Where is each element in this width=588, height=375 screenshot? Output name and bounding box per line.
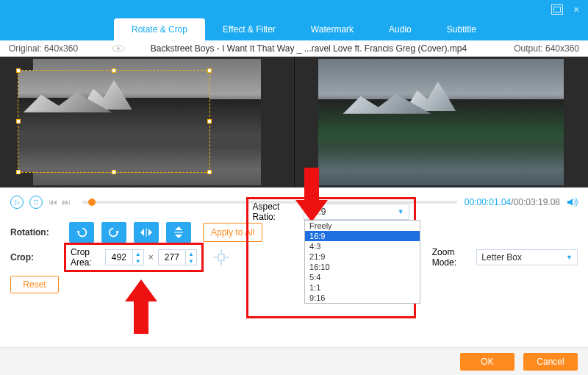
aspect-option[interactable]: 16:10 [305,262,420,272]
annotation-arrow-icon [295,168,328,222]
crop-width-input[interactable] [106,252,132,262]
maximize-icon[interactable] [551,4,563,15]
rotate-left-button[interactable] [69,222,94,243]
ok-button[interactable]: OK [460,353,514,371]
annotation-arrow-icon [125,279,157,334]
flip-vertical-button[interactable] [166,222,191,243]
flip-horizontal-button[interactable] [134,222,159,243]
close-icon[interactable]: × [570,4,582,15]
aspect-option[interactable]: 16:9 [305,231,420,241]
source-preview[interactable] [0,57,295,188]
tab-rotate-crop[interactable]: Rotate & Crop [114,18,205,40]
tab-subtitle[interactable]: Subtitle [429,18,494,40]
cancel-button[interactable]: Cancel [523,353,578,371]
crop-center-icon[interactable] [212,248,230,267]
crop-height-input[interactable] [159,252,185,262]
seek-handle[interactable] [88,199,96,206]
crop-handle[interactable] [207,119,212,124]
aspect-ratio-label: Aspect Ratio: [253,201,300,222]
times-label: × [148,252,154,262]
crop-height-field[interactable]: ▲▼ [158,249,197,265]
crop-area-label: Crop Area: [71,247,101,268]
aspect-option[interactable]: 9:16 [305,293,420,303]
time-display: 00:00:01.04/00:03:19.08 [465,197,560,207]
output-size: Output: 640x360 [491,43,579,54]
play-button[interactable]: ▷ [10,196,24,209]
tab-watermark[interactable]: Watermark [293,18,371,40]
crop-area-group: Crop Area: ▲▼ × ▲▼ [64,243,204,272]
footer: OK Cancel [0,347,588,375]
aspect-option[interactable]: Freely [305,221,420,231]
rotation-label: Rotation: [10,227,69,238]
svg-rect-0 [554,7,561,12]
reset-button[interactable]: Reset [10,276,59,293]
tab-bar: Rotate & Crop Effect & Filter Watermark … [0,18,588,40]
crop-width-field[interactable]: ▲▼ [105,249,144,265]
aspect-ratio-dropdown[interactable]: Freely16:94:321:916:105:41:19:16 [304,220,420,304]
next-frame-button[interactable]: ⏭ [62,197,71,207]
visibility-icon[interactable] [112,44,126,53]
crop-rectangle[interactable] [18,70,210,173]
info-bar: Original: 640x360 Backstreet Boys - I Wa… [0,40,588,57]
preview-area [0,57,588,188]
aspect-option[interactable]: 21:9 [305,251,420,262]
tab-effect-filter[interactable]: Effect & Filter [205,18,293,40]
zoom-mode-label: Zoom Mode: [432,247,477,268]
title-bar: × [0,0,588,18]
crop-handle[interactable] [207,170,212,174]
zoom-mode-select[interactable]: Letter Box [476,249,578,265]
crop-handle[interactable] [16,170,21,174]
svg-rect-5 [218,254,224,260]
stepper-down-icon[interactable]: ▼ [186,257,196,265]
stop-button[interactable]: □ [29,196,43,209]
crop-handle[interactable] [16,119,21,124]
crop-label: Crop: [10,252,64,262]
crop-handle[interactable] [112,68,116,73]
output-preview [295,57,589,188]
tab-audio[interactable]: Audio [371,18,429,40]
crop-handle[interactable] [207,68,212,73]
aspect-option[interactable]: 1:1 [305,282,420,293]
volume-icon[interactable] [566,196,578,208]
stepper-down-icon[interactable]: ▼ [133,257,143,265]
stepper-up-icon[interactable]: ▲ [133,250,143,257]
crop-handle[interactable] [112,170,116,174]
original-size: Original: 640x360 [9,43,112,54]
aspect-option[interactable]: 5:4 [305,272,420,282]
stepper-up-icon[interactable]: ▲ [186,250,196,257]
zoom-mode-value: Letter Box [481,252,522,262]
filename-label: Backstreet Boys - I Want It That Way _ .… [126,43,491,54]
prev-frame-button[interactable]: ⏮ [49,197,57,207]
crop-handle[interactable] [16,68,21,73]
svg-point-2 [117,47,120,50]
aspect-ratio-group: Aspect Ratio: 16:9 Freely16:94:321:916:1… [246,197,416,318]
rotate-right-button[interactable] [101,222,126,243]
aspect-option[interactable]: 4:3 [305,241,420,251]
